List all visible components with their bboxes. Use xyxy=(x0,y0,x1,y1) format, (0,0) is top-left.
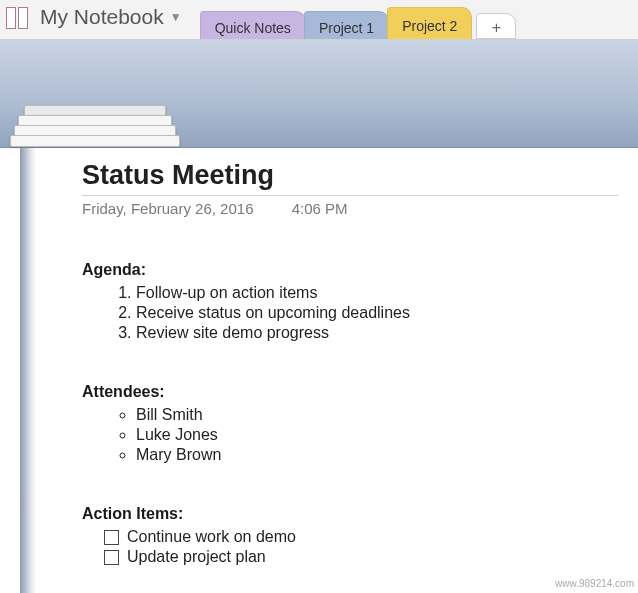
paper-stack-graphic xyxy=(10,87,180,147)
action-item-label[interactable]: Continue work on demo xyxy=(127,528,296,546)
action-item-label[interactable]: Update project plan xyxy=(127,548,266,566)
action-items-list[interactable]: Continue work on demo Update project pla… xyxy=(82,527,618,567)
notebook-title: My Notebook xyxy=(40,5,164,29)
page-time: 4:06 PM xyxy=(292,200,348,217)
tab-project-2[interactable]: Project 2 xyxy=(387,7,472,39)
top-bar: My Notebook ▼ Quick Notes Project 1 Proj… xyxy=(0,0,638,40)
chevron-down-icon: ▼ xyxy=(170,10,182,24)
watermark: www.989214.com xyxy=(555,578,634,589)
page-date: Friday, February 26, 2016 xyxy=(82,200,253,217)
attendees-list[interactable]: Bill Smith Luke Jones Mary Brown xyxy=(82,405,618,465)
agenda-list[interactable]: Follow-up on action items Receive status… xyxy=(82,283,618,343)
notebook-icon xyxy=(6,5,34,29)
section-tabs: Quick Notes Project 1 Project 2 + xyxy=(200,0,515,39)
list-item[interactable]: Receive status on upcoming deadlines xyxy=(136,303,618,323)
page-canvas[interactable]: Status Meeting Friday, February 26, 2016… xyxy=(36,148,638,593)
list-item[interactable]: Bill Smith xyxy=(136,405,618,425)
action-item[interactable]: Continue work on demo xyxy=(104,527,618,547)
attendees-heading[interactable]: Attendees: xyxy=(82,383,618,401)
list-item[interactable]: Review site demo progress xyxy=(136,323,618,343)
section-banner xyxy=(0,40,638,148)
tab-project-1[interactable]: Project 1 xyxy=(304,11,389,39)
tab-label: Project 1 xyxy=(319,20,374,36)
page-content: Status Meeting Friday, February 26, 2016… xyxy=(36,148,638,567)
list-item[interactable]: Luke Jones xyxy=(136,425,618,445)
checkbox-icon[interactable] xyxy=(104,530,119,545)
tab-label: Project 2 xyxy=(402,18,457,34)
agenda-heading[interactable]: Agenda: xyxy=(82,261,618,279)
action-items-heading[interactable]: Action Items: xyxy=(82,505,618,523)
action-item[interactable]: Update project plan xyxy=(104,547,618,567)
checkbox-icon[interactable] xyxy=(104,550,119,565)
list-item[interactable]: Mary Brown xyxy=(136,445,618,465)
list-item[interactable]: Follow-up on action items xyxy=(136,283,618,303)
tab-quick-notes[interactable]: Quick Notes xyxy=(200,11,306,39)
page-meta: Friday, February 26, 2016 4:06 PM xyxy=(82,195,618,217)
notebook-selector[interactable]: My Notebook ▼ xyxy=(4,0,190,39)
tab-label: Quick Notes xyxy=(215,20,291,36)
page-shadow xyxy=(20,148,36,593)
new-tab-button[interactable]: + xyxy=(476,13,516,39)
page-title[interactable]: Status Meeting xyxy=(82,160,618,191)
plus-icon: + xyxy=(492,19,501,37)
